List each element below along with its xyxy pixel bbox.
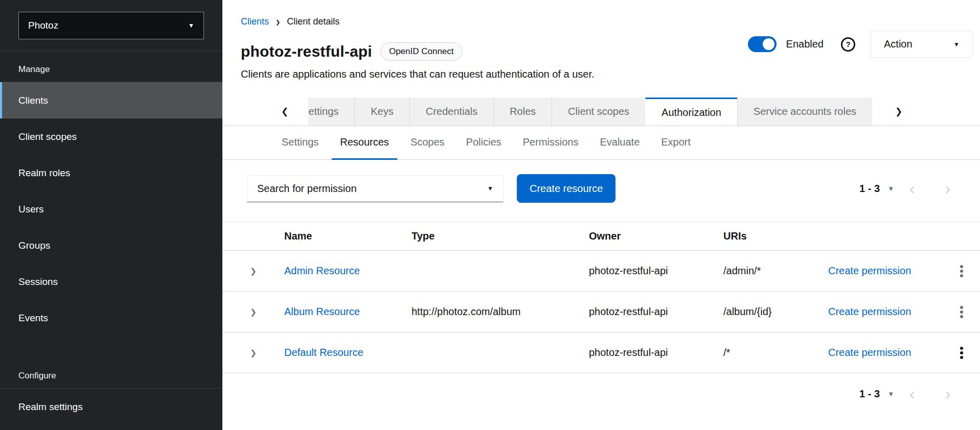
table-row: ❯Default Resourcephotoz-restful-api/*Cre…: [222, 332, 980, 373]
pagination-range-label: 1 - 3: [859, 183, 880, 195]
column-header-uris: URIs: [723, 230, 820, 242]
tabs-scroll-right-button[interactable]: ❯: [885, 98, 912, 126]
kebab-menu-button[interactable]: [957, 303, 966, 321]
page-title: photoz-restful-api: [241, 43, 372, 60]
chevron-down-icon: ▼: [887, 185, 894, 193]
breadcrumb: Clients❯Client details: [241, 16, 980, 27]
page-description: Clients are applications and services th…: [241, 68, 980, 80]
realm-selector[interactable]: Photoz ▼: [18, 12, 204, 39]
sidebar-item-realm-settings[interactable]: Realm settings: [0, 389, 222, 425]
sidebar-item-groups[interactable]: Groups: [0, 227, 222, 264]
row-expander-chevron-icon[interactable]: ❯: [250, 267, 257, 276]
sidebar-nav: ManageClientsClient scopesRealm rolesUse…: [0, 51, 222, 425]
pagination-prev-button[interactable]: ‹: [894, 386, 930, 402]
tab-service-accounts-roles[interactable]: Service accounts roles: [737, 98, 872, 126]
create-resource-button[interactable]: Create resource: [517, 174, 616, 203]
cell-uris: /album/{id}: [723, 306, 820, 318]
column-header-name: Name: [284, 230, 412, 242]
cell-owner: photoz-restful-api: [589, 347, 723, 359]
search-permission-dropdown[interactable]: Search for permission ▼: [247, 175, 504, 202]
tab-keys[interactable]: Keys: [354, 98, 409, 126]
subtab-permissions[interactable]: Permissions: [515, 132, 587, 159]
protocol-badge: OpenID Connect: [380, 42, 463, 61]
toggle-knob: [763, 38, 774, 50]
chevron-down-icon: ▼: [487, 185, 493, 192]
kebab-menu-button[interactable]: [957, 262, 966, 280]
action-dropdown[interactable]: Action ▼: [871, 31, 973, 58]
subtab-scopes[interactable]: Scopes: [402, 132, 453, 159]
table-row: ❯Admin Resourcephotoz-restful-api/admin/…: [222, 251, 980, 292]
resources-table: NameTypeOwnerURIs❯Admin Resourcephotoz-r…: [222, 221, 980, 373]
breadcrumb-separator-icon: ❯: [276, 19, 280, 26]
kebab-menu-button[interactable]: [957, 344, 966, 362]
sidebar-item-realm-roles[interactable]: Realm roles: [0, 155, 222, 191]
sidebar-item-sessions[interactable]: Sessions: [0, 264, 222, 300]
breadcrumb-clients[interactable]: Clients: [241, 16, 269, 27]
sidebar: Photoz ▼ ManageClientsClient scopesRealm…: [0, 0, 222, 430]
create-permission-link[interactable]: Create permission: [820, 306, 943, 318]
pagination-next-button[interactable]: ›: [930, 180, 966, 197]
tab-roles[interactable]: Roles: [493, 98, 552, 126]
table-header-row: NameTypeOwnerURIs: [222, 221, 980, 251]
action-label: Action: [884, 38, 913, 50]
cell-uris: /*: [723, 347, 820, 359]
pagination-bottom-row: 1 - 3▼‹›: [222, 386, 980, 402]
chevron-down-icon: ▼: [953, 41, 960, 48]
create-permission-link[interactable]: Create permission: [820, 347, 943, 359]
sidebar-item-client-scopes[interactable]: Client scopes: [0, 118, 222, 155]
tab-settings[interactable]: Settings: [308, 98, 354, 126]
tab-bar: ❮ SettingsKeysCredentialsRolesClient sco…: [222, 98, 980, 126]
sidebar-item-clients[interactable]: Clients: [0, 82, 222, 118]
row-expander-chevron-icon[interactable]: ❯: [250, 307, 257, 317]
pagination-next-button[interactable]: ›: [930, 386, 966, 402]
pagination-range-dropdown[interactable]: 1 - 3▼: [859, 388, 894, 400]
resource-name-link[interactable]: Admin Resource: [284, 265, 412, 277]
pagination-range-dropdown[interactable]: 1 - 3▼: [859, 183, 894, 195]
breadcrumb-client-details: Client details: [287, 16, 339, 27]
tab-credentials[interactable]: Credentials: [409, 98, 493, 126]
authorization-subtabs: SettingsResourcesScopesPoliciesPermissio…: [222, 132, 980, 160]
app-window: Photoz ▼ ManageClientsClient scopesRealm…: [0, 0, 980, 430]
subtab-resources[interactable]: Resources: [332, 132, 397, 159]
create-permission-link[interactable]: Create permission: [820, 265, 943, 277]
subtab-policies[interactable]: Policies: [458, 132, 510, 159]
sidebar-section-configure: Configure: [0, 357, 222, 389]
realm-selector-wrap: Photoz ▼: [0, 0, 222, 51]
pagination-range-label: 1 - 3: [859, 388, 880, 400]
row-expander-chevron-icon[interactable]: ❯: [250, 348, 257, 357]
chevron-down-icon: ▼: [887, 390, 894, 398]
sidebar-item-users[interactable]: Users: [0, 191, 222, 227]
sidebar-section-manage: Manage: [0, 51, 222, 82]
tabs: SettingsKeysCredentialsRolesClient scope…: [308, 98, 872, 126]
column-header-type: Type: [412, 230, 589, 242]
enabled-toggle[interactable]: [748, 36, 777, 52]
sidebar-item-events[interactable]: Events: [0, 300, 222, 336]
column-header-owner: Owner: [589, 230, 723, 242]
tab-client-scopes[interactable]: Client scopes: [552, 98, 645, 126]
tab-authorization[interactable]: Authorization: [645, 98, 737, 126]
search-permission-label: Search for permission: [257, 183, 357, 195]
cell-owner: photoz-restful-api: [589, 306, 723, 318]
pagination-top: 1 - 3▼‹›: [859, 180, 980, 197]
header-controls: Enabled ? Action ▼: [748, 31, 973, 58]
cell-type: http://photoz.com/album: [412, 306, 589, 318]
chevron-down-icon: ▼: [188, 22, 194, 29]
enabled-label: Enabled: [786, 38, 824, 50]
resource-name-link[interactable]: Default Resource: [284, 347, 412, 359]
realm-name: Photoz: [28, 20, 58, 31]
resources-toolbar: Search for permission ▼ Create resource …: [222, 174, 980, 203]
pagination-prev-button[interactable]: ‹: [894, 180, 930, 197]
cell-uris: /admin/*: [723, 265, 820, 277]
subtab-export[interactable]: Export: [653, 132, 699, 159]
tabs-scroll-left-button[interactable]: ❮: [271, 98, 298, 126]
main-content: Clients❯Client details photoz-restful-ap…: [222, 0, 980, 430]
question-circle-icon[interactable]: ?: [841, 37, 855, 52]
table-row: ❯Album Resourcehttp://photoz.com/albumph…: [222, 292, 980, 332]
resource-name-link[interactable]: Album Resource: [284, 306, 412, 318]
subtab-evaluate[interactable]: Evaluate: [591, 132, 648, 159]
subtab-settings[interactable]: Settings: [274, 132, 327, 159]
pagination-bottom: 1 - 3▼‹›: [859, 386, 980, 402]
cell-owner: photoz-restful-api: [589, 265, 723, 277]
page-header: Clients❯Client details photoz-restful-ap…: [222, 0, 980, 80]
